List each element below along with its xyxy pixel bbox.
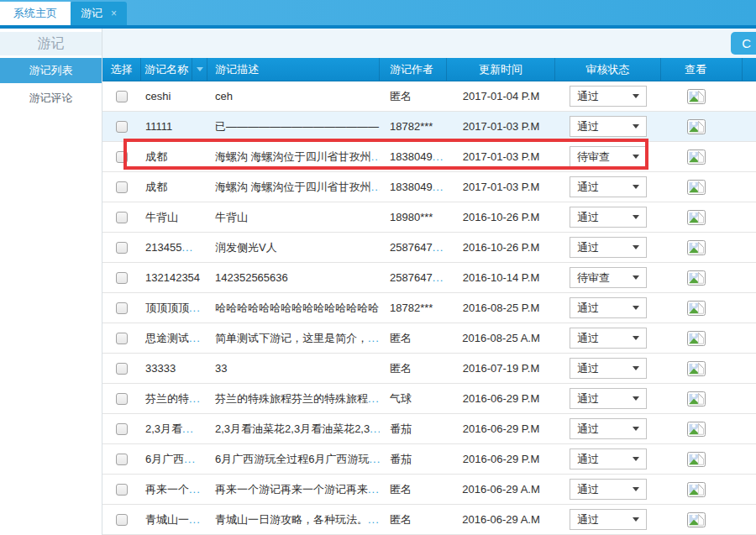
chevron-down-icon bbox=[633, 487, 639, 491]
chevron-down-icon bbox=[633, 215, 639, 219]
view-image-icon[interactable] bbox=[687, 422, 706, 437]
view-image-icon[interactable] bbox=[687, 482, 706, 497]
row-view-cell bbox=[661, 301, 743, 316]
view-image-icon[interactable] bbox=[687, 210, 706, 225]
view-image-icon[interactable] bbox=[687, 331, 706, 346]
clipped-action-button[interactable]: C bbox=[731, 32, 756, 55]
chevron-down-icon bbox=[633, 336, 639, 340]
status-select[interactable]: 通过 bbox=[570, 448, 647, 469]
status-select[interactable]: 通过 bbox=[570, 116, 647, 137]
header-name-sort-button[interactable] bbox=[192, 58, 207, 81]
table-row: 成都 海螺沟 海螺沟位于四川省甘孜州... 1838049... 2017-01… bbox=[102, 172, 756, 202]
row-checkbox[interactable] bbox=[116, 514, 128, 526]
status-select[interactable]: 通过 bbox=[570, 237, 647, 258]
status-select[interactable]: 通过 bbox=[570, 388, 647, 409]
table-row: 再来一个... 再来一个游记再来一个游记再来... 匿名 2016-06-29 … bbox=[102, 475, 756, 505]
row-checkbox[interactable] bbox=[116, 423, 128, 435]
row-select-cell bbox=[102, 121, 141, 133]
status-select[interactable]: 通过 bbox=[570, 328, 647, 349]
row-description: 再来一个游记再来一个游记再来... bbox=[207, 482, 380, 497]
row-checkbox[interactable] bbox=[116, 242, 128, 254]
row-checkbox[interactable] bbox=[116, 212, 128, 223]
row-select-cell bbox=[102, 514, 141, 526]
tab-travel-notes[interactable]: 游记 × bbox=[71, 2, 127, 25]
chevron-down-icon bbox=[633, 275, 639, 280]
status-select[interactable]: 通过 bbox=[570, 479, 647, 500]
row-description: 海螺沟 海螺沟位于四川省甘孜州... bbox=[207, 149, 380, 165]
row-name: 213455... bbox=[141, 241, 207, 254]
status-select[interactable]: 通过 bbox=[570, 418, 647, 439]
table-row: 思途测试... 简单测试下游记，这里是简介，... 匿名 2016-08-25 … bbox=[102, 323, 756, 354]
row-select-cell bbox=[102, 272, 141, 284]
row-author: 番茄 bbox=[380, 452, 447, 467]
row-name: 顶顶顶顶... bbox=[141, 301, 207, 316]
tab-system-home[interactable]: 系统主页 bbox=[0, 2, 71, 25]
row-status-cell: 通过 bbox=[555, 418, 661, 439]
row-description: 牛背山 bbox=[207, 210, 380, 225]
status-select[interactable]: 待审查 bbox=[570, 146, 647, 167]
row-status-cell: 通过 bbox=[555, 328, 661, 349]
row-view-cell bbox=[661, 119, 743, 134]
row-checkbox[interactable] bbox=[116, 181, 128, 193]
row-checkbox[interactable] bbox=[116, 363, 128, 375]
view-image-icon[interactable] bbox=[687, 391, 706, 406]
row-updated-time: 2017-01-03 P.M bbox=[447, 150, 555, 163]
row-checkbox[interactable] bbox=[116, 484, 128, 496]
sidebar-item-travel-comments[interactable]: 游记评论 bbox=[0, 86, 102, 111]
view-image-icon[interactable] bbox=[687, 361, 706, 376]
status-select[interactable]: 通过 bbox=[570, 176, 647, 197]
sort-arrow-icon bbox=[197, 67, 203, 71]
status-select[interactable]: 通过 bbox=[570, 86, 647, 107]
row-description: 海螺沟 海螺沟位于四川省甘孜州... bbox=[207, 180, 380, 195]
row-checkbox[interactable] bbox=[116, 272, 128, 284]
status-select[interactable]: 待审查 bbox=[570, 267, 647, 288]
chevron-down-icon bbox=[633, 155, 639, 159]
status-value: 通过 bbox=[577, 422, 599, 437]
view-image-icon[interactable] bbox=[687, 149, 706, 165]
status-select[interactable]: 通过 bbox=[570, 358, 647, 379]
row-description: 142352565636 bbox=[207, 271, 380, 284]
row-status-cell: 待审查 bbox=[555, 267, 661, 288]
view-image-icon[interactable] bbox=[687, 240, 706, 255]
truncation-ellipsis: ... bbox=[433, 271, 444, 284]
view-image-icon[interactable] bbox=[687, 452, 706, 467]
row-name: 132142354 bbox=[141, 271, 207, 284]
chevron-down-icon bbox=[633, 185, 639, 189]
close-tab-icon[interactable]: × bbox=[111, 8, 117, 18]
row-checkbox[interactable] bbox=[116, 333, 128, 344]
table-row: 芬兰的特... 芬兰的特殊旅程芬兰的特殊旅程... 气球 2016-06-29 … bbox=[102, 384, 756, 414]
row-updated-time: 2017-01-03 P.M bbox=[447, 181, 555, 193]
row-author: 匿名 bbox=[380, 89, 447, 104]
row-status-cell: 通过 bbox=[555, 116, 661, 137]
row-author: 匿名 bbox=[380, 512, 447, 527]
view-image-icon[interactable] bbox=[687, 89, 706, 104]
header-select: 选择 bbox=[102, 58, 141, 81]
row-checkbox[interactable] bbox=[116, 302, 128, 314]
status-value: 通过 bbox=[577, 331, 599, 346]
row-checkbox[interactable] bbox=[116, 454, 128, 465]
view-image-icon[interactable] bbox=[687, 301, 706, 316]
sidebar-item-travel-list[interactable]: 游记列表 bbox=[0, 58, 102, 83]
status-select[interactable]: 通过 bbox=[570, 509, 647, 530]
row-updated-time: 2016-10-14 P.M bbox=[447, 271, 555, 284]
status-value: 通过 bbox=[577, 240, 599, 255]
row-select-cell bbox=[102, 484, 141, 496]
row-select-cell bbox=[102, 91, 141, 102]
view-image-icon[interactable] bbox=[687, 180, 706, 195]
view-image-icon[interactable] bbox=[687, 270, 706, 286]
row-checkbox[interactable] bbox=[116, 121, 128, 133]
row-checkbox[interactable] bbox=[116, 151, 128, 163]
row-updated-time: 2016-07-19 P.M bbox=[447, 362, 555, 375]
row-status-cell: 通过 bbox=[555, 297, 661, 318]
row-checkbox[interactable] bbox=[116, 91, 128, 102]
row-view-cell bbox=[661, 210, 743, 225]
truncation-ellipsis: ... bbox=[371, 181, 380, 193]
row-checkbox[interactable] bbox=[116, 393, 128, 405]
row-updated-time: 2017-01-03 P.M bbox=[447, 120, 555, 133]
row-status-cell: 通过 bbox=[555, 207, 661, 228]
row-view-cell bbox=[661, 482, 743, 497]
view-image-icon[interactable] bbox=[687, 512, 706, 527]
status-select[interactable]: 通过 bbox=[570, 207, 647, 228]
view-image-icon[interactable] bbox=[687, 119, 706, 134]
status-select[interactable]: 通过 bbox=[570, 297, 647, 318]
